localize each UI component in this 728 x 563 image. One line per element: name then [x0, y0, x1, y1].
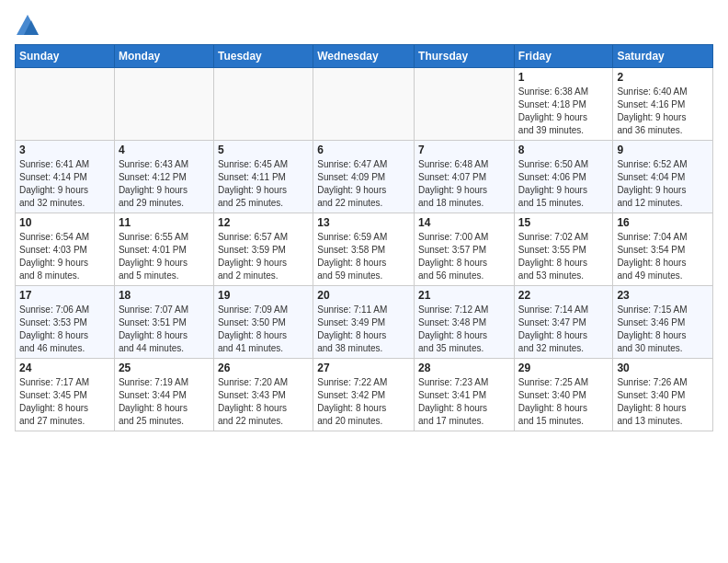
- day-number: 3: [19, 144, 110, 156]
- day-number: 18: [119, 289, 210, 302]
- cell-info: Sunrise: 7:22 AMSunset: 3:42 PMDaylight:…: [317, 376, 410, 428]
- calendar-header-wednesday: Wednesday: [313, 45, 415, 68]
- cell-content: 20Sunrise: 7:11 AMSunset: 3:49 PMDayligh…: [317, 289, 410, 355]
- cell-info: Sunrise: 6:54 AMSunset: 4:03 PMDaylight:…: [19, 231, 110, 282]
- calendar-cell: 17Sunrise: 7:06 AMSunset: 3:53 PMDayligh…: [16, 286, 115, 359]
- calendar-cell: 16Sunrise: 7:04 AMSunset: 3:54 PMDayligh…: [613, 213, 713, 286]
- day-number: 19: [218, 289, 309, 302]
- cell-info: Sunrise: 6:41 AMSunset: 4:14 PMDaylight:…: [19, 158, 110, 210]
- cell-content: 5Sunrise: 6:45 AMSunset: 4:11 PMDaylight…: [218, 144, 309, 210]
- calendar-cell: [213, 68, 313, 141]
- day-number: 6: [317, 144, 410, 156]
- cell-content: 28Sunrise: 7:23 AMSunset: 3:41 PMDayligh…: [418, 362, 510, 428]
- calendar-cell: 8Sunrise: 6:50 AMSunset: 4:06 PMDaylight…: [514, 141, 613, 213]
- calendar-header-row: SundayMondayTuesdayWednesdayThursdayFrid…: [16, 45, 713, 68]
- cell-content: 27Sunrise: 7:22 AMSunset: 3:42 PMDayligh…: [317, 362, 410, 428]
- calendar-cell: 27Sunrise: 7:22 AMSunset: 3:42 PMDayligh…: [313, 359, 415, 431]
- calendar-cell: 18Sunrise: 7:07 AMSunset: 3:51 PMDayligh…: [114, 286, 213, 359]
- cell-info: Sunrise: 7:00 AMSunset: 3:57 PMDaylight:…: [418, 231, 510, 282]
- calendar-header-friday: Friday: [514, 45, 613, 68]
- cell-info: Sunrise: 7:12 AMSunset: 3:48 PMDaylight:…: [418, 304, 510, 355]
- day-number: 1: [518, 71, 609, 84]
- day-number: 9: [617, 144, 709, 156]
- calendar-cell: 19Sunrise: 7:09 AMSunset: 3:50 PMDayligh…: [213, 286, 313, 359]
- cell-info: Sunrise: 7:17 AMSunset: 3:45 PMDaylight:…: [19, 376, 110, 428]
- cell-content: 11Sunrise: 6:55 AMSunset: 4:01 PMDayligh…: [119, 216, 210, 282]
- page: SundayMondayTuesdayWednesdayThursdayFrid…: [0, 0, 728, 441]
- cell-info: Sunrise: 6:38 AMSunset: 4:18 PMDaylight:…: [518, 86, 609, 137]
- cell-info: Sunrise: 7:15 AMSunset: 3:46 PMDaylight:…: [617, 304, 709, 355]
- day-number: 22: [518, 289, 609, 302]
- calendar-cell: 6Sunrise: 6:47 AMSunset: 4:09 PMDaylight…: [313, 141, 415, 213]
- cell-content: 12Sunrise: 6:57 AMSunset: 3:59 PMDayligh…: [218, 216, 309, 282]
- cell-info: Sunrise: 7:23 AMSunset: 3:41 PMDaylight:…: [418, 376, 510, 428]
- day-number: 13: [317, 216, 410, 229]
- calendar-week-row: 17Sunrise: 7:06 AMSunset: 3:53 PMDayligh…: [16, 286, 713, 359]
- calendar-cell: 1Sunrise: 6:38 AMSunset: 4:18 PMDaylight…: [514, 68, 613, 141]
- cell-info: Sunrise: 6:57 AMSunset: 3:59 PMDaylight:…: [218, 231, 309, 282]
- cell-content: 15Sunrise: 7:02 AMSunset: 3:55 PMDayligh…: [518, 216, 609, 282]
- day-number: 29: [518, 362, 609, 374]
- header: [15, 9, 713, 39]
- cell-content: 2Sunrise: 6:40 AMSunset: 4:16 PMDaylight…: [617, 71, 709, 137]
- cell-content: 26Sunrise: 7:20 AMSunset: 3:43 PMDayligh…: [218, 362, 309, 428]
- cell-content: 30Sunrise: 7:26 AMSunset: 3:40 PMDayligh…: [617, 362, 709, 428]
- calendar-cell: 7Sunrise: 6:48 AMSunset: 4:07 PMDaylight…: [415, 141, 515, 213]
- day-number: 12: [218, 216, 309, 229]
- calendar-header-monday: Monday: [114, 45, 213, 68]
- day-number: 26: [218, 362, 309, 374]
- cell-info: Sunrise: 7:11 AMSunset: 3:49 PMDaylight:…: [317, 304, 410, 355]
- day-number: 5: [218, 144, 309, 156]
- cell-content: 16Sunrise: 7:04 AMSunset: 3:54 PMDayligh…: [617, 216, 709, 282]
- day-number: 7: [418, 144, 510, 156]
- cell-info: Sunrise: 6:50 AMSunset: 4:06 PMDaylight:…: [518, 158, 609, 210]
- calendar-header-tuesday: Tuesday: [213, 45, 313, 68]
- calendar-cell: [16, 68, 115, 141]
- cell-info: Sunrise: 7:07 AMSunset: 3:51 PMDaylight:…: [119, 304, 210, 355]
- calendar-cell: 22Sunrise: 7:14 AMSunset: 3:47 PMDayligh…: [514, 286, 613, 359]
- calendar-cell: 20Sunrise: 7:11 AMSunset: 3:49 PMDayligh…: [313, 286, 415, 359]
- cell-info: Sunrise: 7:25 AMSunset: 3:40 PMDaylight:…: [518, 376, 609, 428]
- cell-info: Sunrise: 6:43 AMSunset: 4:12 PMDaylight:…: [119, 158, 210, 210]
- day-number: 30: [617, 362, 709, 374]
- calendar-cell: 26Sunrise: 7:20 AMSunset: 3:43 PMDayligh…: [213, 359, 313, 431]
- day-number: 10: [19, 216, 110, 229]
- cell-info: Sunrise: 6:45 AMSunset: 4:11 PMDaylight:…: [218, 158, 309, 210]
- cell-content: 13Sunrise: 6:59 AMSunset: 3:58 PMDayligh…: [317, 216, 410, 282]
- calendar-cell: 2Sunrise: 6:40 AMSunset: 4:16 PMDaylight…: [613, 68, 713, 141]
- calendar-cell: 15Sunrise: 7:02 AMSunset: 3:55 PMDayligh…: [514, 213, 613, 286]
- day-number: 15: [518, 216, 609, 229]
- day-number: 23: [617, 289, 709, 302]
- cell-content: 19Sunrise: 7:09 AMSunset: 3:50 PMDayligh…: [218, 289, 309, 355]
- calendar-cell: 14Sunrise: 7:00 AMSunset: 3:57 PMDayligh…: [415, 213, 515, 286]
- calendar-cell: 28Sunrise: 7:23 AMSunset: 3:41 PMDayligh…: [415, 359, 515, 431]
- calendar-cell: 21Sunrise: 7:12 AMSunset: 3:48 PMDayligh…: [415, 286, 515, 359]
- calendar-cell: [415, 68, 515, 141]
- calendar-cell: [313, 68, 415, 141]
- cell-content: 23Sunrise: 7:15 AMSunset: 3:46 PMDayligh…: [617, 289, 709, 355]
- calendar-week-row: 24Sunrise: 7:17 AMSunset: 3:45 PMDayligh…: [16, 359, 713, 431]
- calendar-cell: 5Sunrise: 6:45 AMSunset: 4:11 PMDaylight…: [213, 141, 313, 213]
- cell-content: 9Sunrise: 6:52 AMSunset: 4:04 PMDaylight…: [617, 144, 709, 210]
- calendar-cell: 23Sunrise: 7:15 AMSunset: 3:46 PMDayligh…: [613, 286, 713, 359]
- calendar-cell: 13Sunrise: 6:59 AMSunset: 3:58 PMDayligh…: [313, 213, 415, 286]
- cell-content: 29Sunrise: 7:25 AMSunset: 3:40 PMDayligh…: [518, 362, 609, 428]
- day-number: 21: [418, 289, 510, 302]
- day-number: 25: [119, 362, 210, 374]
- cell-content: 3Sunrise: 6:41 AMSunset: 4:14 PMDaylight…: [19, 144, 110, 210]
- cell-info: Sunrise: 7:14 AMSunset: 3:47 PMDaylight:…: [518, 304, 609, 355]
- calendar-cell: 10Sunrise: 6:54 AMSunset: 4:03 PMDayligh…: [16, 213, 115, 286]
- day-number: 11: [119, 216, 210, 229]
- calendar-header-sunday: Sunday: [16, 45, 115, 68]
- calendar-week-row: 1Sunrise: 6:38 AMSunset: 4:18 PMDaylight…: [16, 68, 713, 141]
- calendar-cell: 3Sunrise: 6:41 AMSunset: 4:14 PMDaylight…: [16, 141, 115, 213]
- cell-content: 14Sunrise: 7:00 AMSunset: 3:57 PMDayligh…: [418, 216, 510, 282]
- calendar-cell: 29Sunrise: 7:25 AMSunset: 3:40 PMDayligh…: [514, 359, 613, 431]
- cell-info: Sunrise: 6:59 AMSunset: 3:58 PMDaylight:…: [317, 231, 410, 282]
- calendar-header-thursday: Thursday: [415, 45, 515, 68]
- cell-content: 4Sunrise: 6:43 AMSunset: 4:12 PMDaylight…: [119, 144, 210, 210]
- calendar-cell: 9Sunrise: 6:52 AMSunset: 4:04 PMDaylight…: [613, 141, 713, 213]
- cell-content: 10Sunrise: 6:54 AMSunset: 4:03 PMDayligh…: [19, 216, 110, 282]
- calendar-week-row: 10Sunrise: 6:54 AMSunset: 4:03 PMDayligh…: [16, 213, 713, 286]
- cell-info: Sunrise: 6:47 AMSunset: 4:09 PMDaylight:…: [317, 158, 410, 210]
